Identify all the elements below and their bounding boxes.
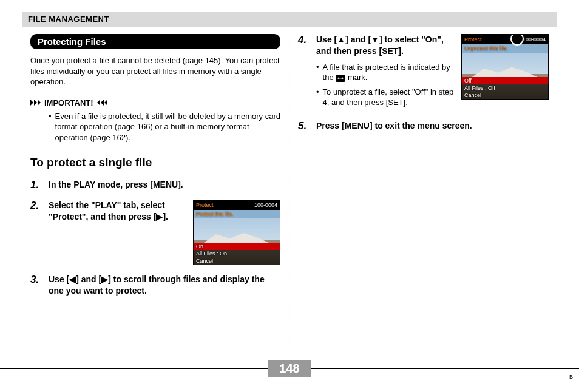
page-number: 148	[268, 360, 310, 377]
sub-bullet: A file that is protected is indicated by…	[316, 62, 455, 83]
step-number: 4.	[298, 34, 310, 112]
corner-mark: B	[569, 374, 573, 380]
step-text: In the PLAY mode, press [MENU].	[49, 179, 280, 191]
thumb-menu: On All Files : On Cancel	[194, 243, 280, 265]
step-2: 2. Select the "PLAY" tab, select "Protec…	[30, 200, 280, 265]
thumb-counter: 100-0004	[254, 202, 277, 208]
important-text: Even if a file is protected, it still wi…	[55, 111, 280, 143]
step-number: 5.	[298, 120, 310, 132]
section-title: Protecting Files	[30, 34, 280, 49]
step-3: 3. Use [◀] and [▶] to scroll through fil…	[30, 274, 280, 297]
step-text: Select the "PLAY" tab, select "Protect",…	[49, 200, 187, 223]
chevron-left-icon	[97, 100, 107, 106]
step-number: 2.	[30, 200, 42, 265]
footer-rule	[0, 368, 268, 369]
important-label: IMPORTANT!	[44, 98, 93, 107]
menu-item: All Files : On	[194, 250, 280, 257]
camera-screen-thumbnail-1: Protect 100-0004 Protect this file. On A…	[193, 200, 280, 265]
step-5: 5. Press [MENU] to exit the menu screen.	[298, 120, 549, 132]
key-icon: ⊶	[336, 75, 345, 82]
menu-item: Cancel	[462, 92, 548, 99]
step-text: Use [◀] and [▶] to scroll through files …	[49, 274, 280, 297]
important-body: Even if a file is protected, it still wi…	[30, 111, 280, 143]
step-4: 4. Use [▲] and [▼] to select "On", and t…	[298, 34, 549, 112]
step-1: 1. In the PLAY mode, press [MENU].	[30, 179, 280, 191]
steps-list: 1. In the PLAY mode, press [MENU]. 2. Se…	[30, 179, 280, 297]
step-number: 3.	[30, 274, 42, 297]
thumb-subtitle: Unprotect this file.	[462, 44, 548, 53]
sub-text-b: mark.	[348, 73, 368, 82]
left-column: Protecting Files Once you protect a file…	[22, 34, 290, 356]
menu-item-highlighted: On	[194, 243, 280, 250]
thumb-menu: Off All Files : Off Cancel	[462, 77, 548, 99]
right-column: 4. Use [▲] and [▼] to select "On", and t…	[290, 34, 557, 356]
steps-list-right: 4. Use [▲] and [▼] to select "On", and t…	[298, 34, 549, 132]
sub-bullet: To unprotect a file, select "Off" in ste…	[316, 87, 455, 108]
thumbnail-header: Protect 100-0004	[194, 200, 280, 210]
intro-paragraph: Once you protect a file it cannot be del…	[30, 55, 280, 87]
important-heading: IMPORTANT!	[30, 98, 280, 107]
step-number: 1.	[30, 179, 42, 191]
menu-item: All Files : Off	[462, 84, 548, 92]
thumbnail-header: Protect 100-0004	[462, 35, 548, 44]
step-text: Use [▲] and [▼] to select "On", and then…	[316, 34, 455, 57]
subheading: To protect a single file	[30, 156, 280, 169]
thumb-title: Protect	[464, 36, 482, 42]
thumb-counter: 100-0004	[523, 36, 546, 42]
sub-text: To unprotect a file, select "Off" in ste…	[323, 87, 455, 108]
thumb-subtitle: Protect this file.	[194, 210, 280, 218]
two-column-layout: Protecting Files Once you protect a file…	[22, 34, 557, 356]
step-text: Press [MENU] to exit the menu screen.	[316, 120, 549, 132]
camera-screen-thumbnail-2: Protect 100-0004 Unprotect this file. Of…	[461, 34, 549, 100]
page-footer: 148	[0, 360, 579, 377]
chevron-right-icon	[30, 100, 41, 106]
manual-page: FILE MANAGEMENT Protecting Files Once yo…	[0, 0, 579, 392]
step-sublist: A file that is protected is indicated by…	[316, 62, 455, 108]
thumb-title: Protect	[196, 202, 214, 208]
menu-item-highlighted: Off	[462, 77, 548, 84]
footer-rule	[311, 368, 579, 369]
section-header: FILE MANAGEMENT	[22, 12, 557, 27]
menu-item: Cancel	[194, 257, 280, 265]
